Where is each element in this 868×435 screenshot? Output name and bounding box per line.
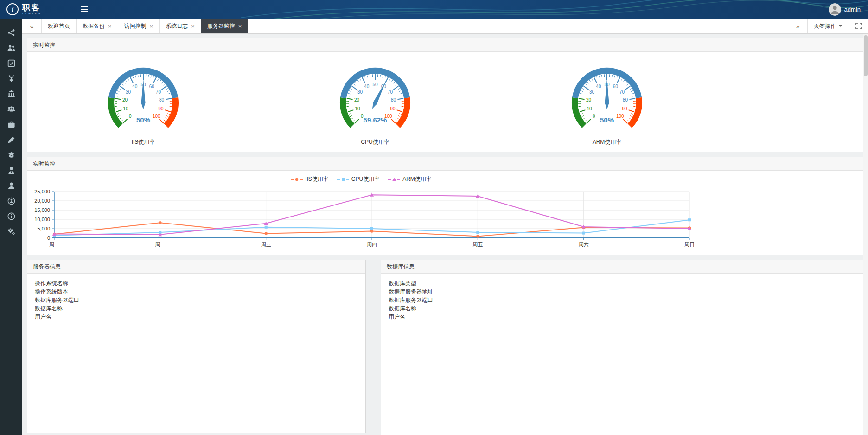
tab-label: 数据备份 [83, 22, 105, 30]
scrollbar[interactable] [863, 34, 868, 435]
tab[interactable]: 系统日志× [160, 19, 201, 33]
gauge-title: CPU使用率 [319, 138, 431, 151]
tab-operations-dropdown[interactable]: 页签操作 [807, 19, 849, 33]
tabs-scroll-left-button[interactable]: « [22, 19, 42, 33]
svg-text:90: 90 [390, 106, 396, 111]
chart-legend: IIS使用率CPU使用率ARM使用率 [27, 175, 695, 183]
tab-close-icon[interactable]: × [191, 23, 195, 29]
gauge-value: 50% [136, 116, 150, 124]
sidebar-item[interactable] [0, 102, 22, 117]
sidebar-item[interactable] [0, 163, 22, 178]
svg-text:10: 10 [355, 106, 360, 111]
info-row: 操作系统名称 [35, 279, 358, 288]
line-chart-svg: 05,00010,00015,00020,00025,000周一周二周三周四周五… [27, 188, 695, 249]
tab-close-icon[interactable]: × [108, 23, 112, 29]
main-content: 实时监控 010203040506070809010050%IIS使用率0102… [22, 34, 868, 435]
legend-item[interactable]: ARM使用率 [388, 175, 432, 183]
svg-text:70: 70 [619, 90, 625, 95]
gauge-value: 50% [600, 116, 614, 124]
info-row: 数据库名称 [389, 304, 855, 313]
svg-text:15,000: 15,000 [34, 207, 50, 213]
tab[interactable]: 欢迎首页 [42, 19, 77, 33]
svg-text:20: 20 [354, 97, 360, 102]
caret-down-icon [839, 25, 842, 27]
gauges-panel-title: 实时监控 [27, 38, 863, 52]
brand-name: 职客 [22, 4, 42, 12]
expand-icon [855, 23, 862, 29]
db-info-title: 数据库信息 [381, 260, 863, 274]
legend-item[interactable]: IIS使用率 [291, 175, 329, 183]
user-menu[interactable]: admin [821, 3, 868, 16]
svg-text:20: 20 [122, 97, 128, 102]
svg-text:100: 100 [616, 114, 624, 119]
svg-text:50: 50 [372, 82, 378, 87]
sidebar-item[interactable] [0, 178, 22, 193]
svg-text:40: 40 [596, 84, 601, 89]
info-row: 操作系统版本 [35, 288, 358, 296]
sidebar-item[interactable] [0, 25, 22, 40]
server-info-panel: 服务器信息 操作系统名称操作系统版本数据库服务器端口数据库名称用户名 [27, 260, 366, 433]
svg-text:30: 30 [589, 90, 595, 95]
sidebar-item[interactable] [0, 224, 22, 239]
legend-item[interactable]: CPU使用率 [337, 175, 380, 183]
tab-close-icon[interactable]: × [150, 23, 153, 29]
legend-marker-icon [388, 177, 400, 182]
sidebar-item[interactable] [0, 132, 22, 147]
legend-marker-icon [337, 177, 349, 182]
tab[interactable]: 服务器监控× [201, 19, 249, 33]
svg-text:0: 0 [129, 114, 132, 119]
legend-label: CPU使用率 [351, 175, 380, 183]
bank-icon [7, 90, 15, 98]
legend-label: IIS使用率 [305, 175, 329, 183]
tabbar-right-controls: » 页签操作 [788, 19, 868, 33]
brand-logo[interactable]: i 职客 IZHIKE [0, 3, 70, 15]
svg-text:80: 80 [159, 97, 165, 102]
svg-text:10: 10 [123, 106, 128, 111]
share-nodes-icon [7, 29, 15, 37]
svg-text:40: 40 [132, 84, 138, 89]
tabs-scroll-right-button[interactable]: » [788, 19, 807, 33]
svg-text:周二: 周二 [155, 242, 165, 247]
info-row: 数据库类型 [389, 279, 855, 288]
svg-text:20,000: 20,000 [34, 198, 50, 204]
svg-text:10,000: 10,000 [34, 217, 50, 222]
tab[interactable]: 访问控制× [118, 19, 160, 33]
sidebar-item[interactable] [0, 147, 22, 163]
gauges-row: 010203040506070809010050%IIS使用率010203040… [27, 52, 723, 152]
gauge-title: IIS使用率 [88, 138, 199, 151]
sidebar-toggle-button[interactable] [75, 0, 94, 19]
team-icon [7, 105, 15, 113]
sidebar-item[interactable] [0, 209, 22, 224]
info-row: 数据库名称 [35, 304, 358, 313]
line-chart-panel-title: 实时监控 [27, 157, 863, 171]
tab-label: 服务器监控 [207, 22, 235, 30]
gauge: 010203040506070809010050%IIS使用率 [88, 57, 199, 151]
tab-close-icon[interactable]: × [238, 23, 242, 29]
fullscreen-button[interactable] [849, 19, 868, 33]
bottom-row: 服务器信息 操作系统名称操作系统版本数据库服务器端口数据库名称用户名 数据库信息… [27, 260, 863, 435]
sidebar-item[interactable] [0, 56, 22, 71]
svg-text:周一: 周一 [49, 242, 59, 247]
sidebar-item[interactable] [0, 71, 22, 86]
sidebar-item[interactable] [0, 86, 22, 102]
sidebar [0, 19, 22, 435]
tab[interactable]: 数据备份× [77, 19, 118, 33]
avatar [829, 3, 841, 16]
db-info-list: 数据库类型数据库服务器地址数据库服务器端口数据库名称用户名 [381, 274, 863, 326]
svg-text:80: 80 [391, 97, 396, 102]
info-row: 数据库服务器端口 [35, 296, 358, 304]
tab-strip: 欢迎首页数据备份×访问控制×系统日志×服务器监控× [42, 19, 788, 33]
sidebar-item[interactable] [0, 40, 22, 56]
user-icon [7, 182, 15, 190]
username: admin [844, 6, 861, 13]
sidebar-item[interactable] [0, 117, 22, 132]
svg-text:80: 80 [623, 97, 628, 102]
tab-bar: « 欢迎首页数据备份×访问控制×系统日志×服务器监控× » 页签操作 [22, 19, 868, 34]
svg-text:20: 20 [586, 97, 592, 102]
scrollbar-thumb[interactable] [864, 35, 868, 76]
svg-text:周四: 周四 [367, 242, 377, 247]
sidebar-item[interactable] [0, 193, 22, 209]
svg-text:周五: 周五 [472, 242, 483, 247]
user-tie-icon [7, 166, 15, 174]
yen-icon [7, 75, 15, 83]
